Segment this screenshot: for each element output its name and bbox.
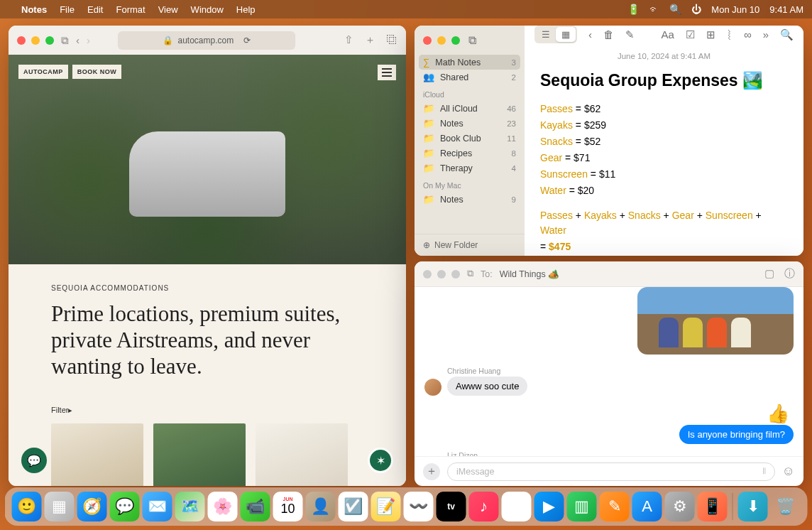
sidebar-item[interactable]: 📁All iCloud46 [415,101,525,116]
forward-icon[interactable]: › [87,34,90,46]
menu-edit[interactable]: Edit [87,4,103,15]
menubar-date[interactable]: Mon Jun 10 [711,4,759,15]
search-icon[interactable]: 🔍 [780,28,794,41]
dock-photos-icon[interactable]: 🌸 [208,492,238,521]
dock-keynote-icon[interactable]: ▶ [534,492,564,521]
dock-iphone-mirror-icon[interactable]: 📱 [698,492,728,521]
avatar[interactable] [424,379,441,396]
info-icon[interactable]: ⓘ [784,267,795,281]
reload-icon[interactable]: ⟳ [243,36,251,45]
filter-toggle[interactable]: Filter▸ [51,406,363,415]
sidebar-item[interactable]: 📁Notes23 [415,116,525,131]
window-controls[interactable] [423,36,460,45]
table-icon[interactable]: ⊞ [706,28,715,41]
dock-numbers-icon[interactable]: ▥ [567,492,597,521]
trash-icon[interactable]: 🗑 [603,28,614,40]
message-input-row: ＋ iMessage ⦀ ☺ [415,456,803,486]
back-icon[interactable]: ‹ [76,34,79,46]
format-icon[interactable]: Aa [662,28,674,40]
audio-icon[interactable]: ⦀ [762,466,766,477]
menu-window[interactable]: Window [191,4,224,15]
accommodation-card[interactable] [51,423,143,486]
window-controls[interactable] [423,270,460,278]
menu-help[interactable]: Help [236,4,256,15]
conversation-name[interactable]: Wild Things 🏕️ [500,269,560,279]
sidebar-item[interactable]: 📁Book Club11 [415,131,525,146]
note-line: Sunscreen = $11 [540,167,788,182]
dock-contacts-icon[interactable]: 👤 [306,492,336,521]
dock-calendar-icon[interactable]: JUN10 [273,492,303,521]
view-mode-segment[interactable]: ☰ ▦ [534,26,577,43]
sidebar-toggle-icon[interactable]: ⧉ [468,34,476,47]
menubar-time[interactable]: 9:41 AM [769,4,803,15]
sidebar-item[interactable]: 📁Therapy4 [415,161,525,175]
dock-music-icon[interactable]: ♪ [469,492,499,521]
message-input[interactable]: iMessage ⦀ [447,463,775,481]
hamburger-icon[interactable] [378,65,396,80]
message-bubble[interactable]: Awww soo cute [447,377,527,396]
battery-icon[interactable]: 🔋 [627,4,640,15]
share-icon[interactable]: ⇧ [344,33,353,47]
dock-safari-icon[interactable]: 🧭 [77,492,107,521]
dock-messages-icon[interactable]: 💬 [110,492,140,521]
more-icon[interactable]: » [763,28,769,40]
tabs-icon[interactable]: ⿻ [387,33,397,47]
new-tab-icon[interactable]: ＋ [365,33,375,47]
link-icon[interactable]: ∞ [744,28,752,40]
dock-facetime-icon[interactable]: 📹 [241,492,270,521]
control-center-icon[interactable]: ⏻ [691,4,701,15]
menu-format[interactable]: Format [116,4,145,15]
book-now-button[interactable]: BOOK NOW [72,65,122,79]
dock-launchpad-icon[interactable]: ▦ [45,492,75,521]
checklist-icon[interactable]: ☑ [686,28,695,41]
message-bubble[interactable]: Is anyone bringing film? [679,425,794,444]
new-folder-button[interactable]: ⊕ New Folder [415,234,525,256]
shared-icon: 👥 [423,72,434,82]
media-icon[interactable]: ⦚ [727,28,733,40]
dock-tv-icon[interactable]: tv [437,492,466,521]
sidebar-item[interactable]: 📁Notes9 [415,192,525,207]
list-view-icon[interactable]: ☰ [536,27,556,42]
dock-settings-icon[interactable]: ⚙ [665,492,695,521]
accommodation-card[interactable] [153,423,246,486]
wifi-icon[interactable]: ᯤ [649,4,659,15]
sidebar-item[interactable]: 📁Recipes8 [415,146,525,161]
url-bar[interactable]: 🔒 autocamp.com ⟳ [118,31,295,50]
accessibility-icon[interactable]: ✶ [368,448,393,473]
emoji-picker-icon[interactable]: ☺ [782,464,795,479]
dock-news-icon[interactable]: N [502,492,532,521]
dock-maps-icon[interactable]: 🗺️ [175,492,205,521]
app-menu[interactable]: Notes [21,4,47,15]
menu-view[interactable]: View [158,4,178,15]
accommodation-card[interactable] [256,423,348,486]
sidebar-item-shared[interactable]: 👥 Shared 2 [415,70,525,85]
chat-fab-icon[interactable]: 💬 [21,448,47,473]
sidebar-item-math-notes[interactable]: ∑ Math Notes 3 [419,55,520,70]
messages-thread[interactable]: Christine Huang Awww soo cute 👍 Is anyon… [415,287,803,456]
dock-finder-icon[interactable]: 🙂 [12,492,42,521]
apps-button[interactable]: ＋ [423,463,440,480]
sidebar-toggle-icon[interactable]: ⧉ [467,269,473,279]
dock-mail-icon[interactable]: ✉️ [143,492,172,521]
site-logo[interactable]: AUTOCAMP [18,65,68,79]
facetime-icon[interactable]: ▢ [764,267,774,281]
dock-appstore-icon[interactable]: A [632,492,662,521]
dock-freeform-icon[interactable]: 〰️ [404,492,434,521]
dock-notes-icon[interactable]: 📝 [371,492,401,521]
dock-pages-icon[interactable]: ✎ [600,492,630,521]
dock-reminders-icon[interactable]: ☑️ [339,492,368,521]
math-icon: ∑ [423,57,429,67]
note-content[interactable]: June 10, 2024 at 9:41 AM Sequoia Group E… [525,43,803,256]
window-controls[interactable] [17,36,54,45]
tapback-emoji[interactable]: 👍 [424,403,789,425]
compose-icon[interactable]: ✎ [625,28,635,41]
menu-file[interactable]: File [60,4,75,15]
dock-trash-icon[interactable]: 🗑️ [771,492,801,521]
spotlight-icon[interactable]: 🔍 [669,4,681,15]
dock-downloads-icon[interactable]: ⬇ [738,492,768,521]
back-icon[interactable]: ‹ [588,28,592,40]
safari-toolbar: ⧉ ‹ › 🔒 autocamp.com ⟳ ⇧ ＋ ⿻ [9,26,406,55]
message-photo[interactable] [637,287,794,355]
gallery-view-icon[interactable]: ▦ [556,27,576,42]
sidebar-icon[interactable]: ⧉ [61,34,69,47]
